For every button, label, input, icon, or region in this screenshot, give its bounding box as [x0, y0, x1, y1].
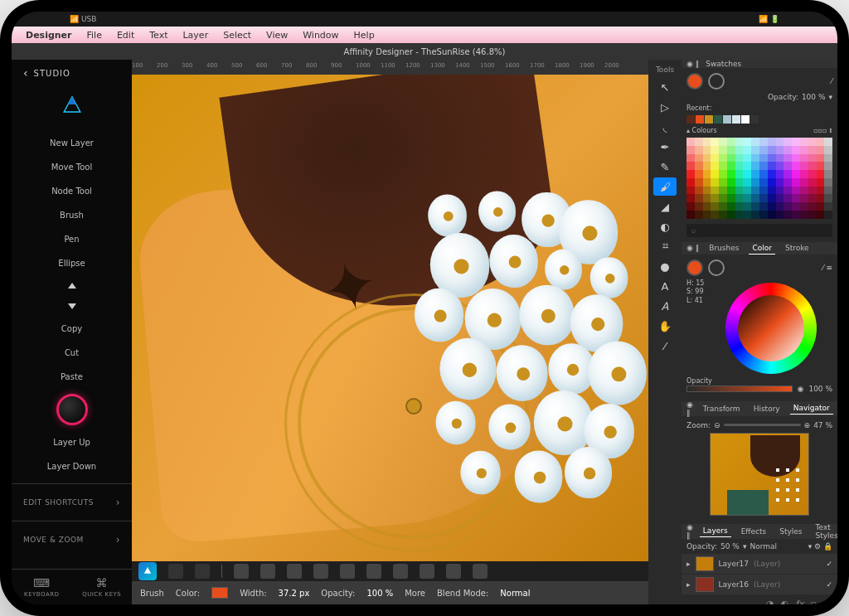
menu-view[interactable]: View: [259, 30, 295, 41]
brush-tool-icon[interactable]: 🖌: [653, 177, 677, 196]
eyedropper-tool-icon[interactable]: ⁄: [653, 337, 677, 355]
layer-row[interactable]: ▸ Layer16 (Layer) ✓: [682, 575, 837, 595]
edit-shortcuts[interactable]: EDIT SHORTCUTS: [12, 489, 132, 516]
sidebar-layer-up[interactable]: Layer Up: [12, 430, 132, 454]
eyedropper-icon[interactable]: ⁄ ≡: [822, 264, 832, 272]
text-tool-icon[interactable]: A: [653, 277, 677, 295]
stroke-swatch-color[interactable]: [708, 259, 725, 276]
transparency-tool-icon[interactable]: ◐: [653, 217, 677, 235]
layer-row[interactable]: ▸ Layer17 (Layer) ✓: [682, 554, 837, 575]
sidebar-move-tool[interactable]: Move Tool: [12, 155, 132, 179]
opacity-slider[interactable]: [686, 386, 793, 392]
pencil-tool-icon[interactable]: ✎: [653, 158, 677, 176]
crop-tool-icon[interactable]: ⌗: [653, 237, 677, 255]
sidebar-header[interactable]: STUDIO: [12, 60, 132, 86]
colours-label[interactable]: Colours: [692, 127, 717, 134]
layers-tab[interactable]: Layers: [700, 525, 731, 537]
toolbar-icon[interactable]: [287, 564, 302, 579]
sidebar-ellipse[interactable]: Ellipse: [12, 251, 132, 275]
sidebar-copy[interactable]: Copy: [12, 317, 132, 341]
pixel-persona-icon[interactable]: [168, 564, 183, 579]
art-text-tool-icon[interactable]: A: [653, 297, 677, 315]
sidebar-cut[interactable]: Cut: [12, 341, 132, 365]
menu-help[interactable]: Help: [347, 30, 382, 41]
sidebar-paste[interactable]: Paste: [12, 365, 132, 389]
toolbar-icon[interactable]: [234, 564, 249, 579]
opacity-value[interactable]: 100 %: [366, 589, 393, 598]
toolbar-icon[interactable]: [340, 564, 355, 579]
pan-tool-icon[interactable]: ✋: [653, 317, 677, 335]
layer-opacity-field[interactable]: 50 %: [720, 542, 740, 551]
expand-icon[interactable]: ▸: [686, 560, 691, 568]
toolbar-icon[interactable]: [260, 564, 275, 579]
opacity-field[interactable]: 100 %: [808, 385, 832, 393]
sidebar-new-layer[interactable]: New Layer: [12, 131, 132, 155]
zoom-slider[interactable]: [724, 424, 801, 426]
history-tab[interactable]: History: [750, 403, 784, 415]
move-tool-icon[interactable]: ↖: [653, 78, 677, 96]
fx-icon[interactable]: fx: [795, 599, 803, 604]
keyboard-button[interactable]: ⌨KEYBOARD: [12, 570, 72, 604]
color-wheel[interactable]: [725, 283, 817, 374]
shape-tool-icon[interactable]: ●: [653, 257, 677, 275]
fill-swatch[interactable]: [686, 73, 703, 90]
fill-tool-icon[interactable]: ◢: [653, 197, 677, 216]
swatch-search-input[interactable]: [686, 224, 832, 237]
adjust-icon[interactable]: ◐: [781, 599, 789, 604]
styles-tab[interactable]: Styles: [776, 526, 805, 537]
toolbar-icon[interactable]: [473, 564, 488, 579]
dial-control[interactable]: [56, 394, 88, 425]
toolbar-icon[interactable]: [313, 564, 328, 579]
menu-layer[interactable]: Layer: [175, 30, 216, 41]
transform-tab[interactable]: Transform: [700, 403, 744, 415]
pen-tool-icon[interactable]: ✒: [653, 138, 677, 156]
sidebar-pen[interactable]: Pen: [12, 227, 132, 251]
toolbar-icon[interactable]: [366, 564, 381, 579]
mask-icon[interactable]: ◑: [766, 599, 774, 604]
zoom-in-icon[interactable]: ⊕: [804, 421, 811, 429]
eyedropper-icon[interactable]: ⁄: [831, 77, 832, 85]
stroke-tab[interactable]: Stroke: [782, 242, 813, 254]
more-button[interactable]: More: [405, 589, 425, 598]
color-grid[interactable]: [686, 138, 832, 219]
navigator-tab[interactable]: Navigator: [790, 402, 833, 415]
stroke-swatch[interactable]: [708, 73, 725, 90]
add-layer-icon[interactable]: ▫: [811, 599, 817, 604]
color-swatch[interactable]: [211, 587, 228, 599]
menu-edit[interactable]: Edit: [109, 30, 142, 41]
export-persona-icon[interactable]: [195, 564, 210, 579]
menu-text[interactable]: Text: [142, 30, 175, 41]
arrow-up-icon[interactable]: [68, 283, 76, 289]
sidebar-brush[interactable]: Brush: [12, 203, 132, 227]
zoom-value[interactable]: 47 %: [813, 421, 832, 429]
toolbar-icon[interactable]: [393, 564, 408, 579]
layer-blend-field[interactable]: Normal: [750, 542, 777, 551]
swatches-tab[interactable]: Swatches: [706, 60, 741, 68]
move-zoom[interactable]: MOVE & ZOOM: [12, 526, 132, 553]
toolbar-icon[interactable]: [446, 564, 461, 579]
recent-colors[interactable]: [686, 115, 832, 124]
canvas[interactable]: ✦: [132, 75, 648, 561]
brushes-tab[interactable]: Brushes: [706, 242, 742, 254]
menu-select[interactable]: Select: [216, 30, 259, 41]
arrow-down-icon[interactable]: [68, 303, 76, 309]
toolbar-icon[interactable]: [420, 564, 434, 579]
quick-keys-button[interactable]: ⌘QUICK KEYS: [72, 570, 133, 604]
visibility-check-icon[interactable]: ✓: [826, 560, 832, 568]
blend-value[interactable]: Normal: [500, 589, 530, 598]
delete-layer-icon[interactable]: 🗑: [823, 599, 832, 604]
node-tool-icon[interactable]: ▷: [653, 98, 677, 116]
navigator-preview[interactable]: [710, 433, 809, 516]
menu-window[interactable]: Window: [295, 30, 346, 41]
zoom-out-icon[interactable]: ⊖: [714, 421, 720, 429]
sidebar-node-tool[interactable]: Node Tool: [12, 179, 132, 203]
menu-file[interactable]: File: [80, 30, 109, 41]
effects-tab[interactable]: Effects: [738, 526, 770, 537]
corner-tool-icon[interactable]: ◟: [653, 118, 677, 136]
designer-persona-icon[interactable]: [138, 562, 157, 580]
width-value[interactable]: 37.2 px: [279, 589, 310, 598]
opacity-field[interactable]: 100 %: [802, 93, 826, 101]
fill-swatch-color[interactable]: [686, 259, 703, 276]
sidebar-layer-down[interactable]: Layer Down: [12, 454, 132, 478]
visibility-check-icon[interactable]: ✓: [826, 580, 832, 589]
